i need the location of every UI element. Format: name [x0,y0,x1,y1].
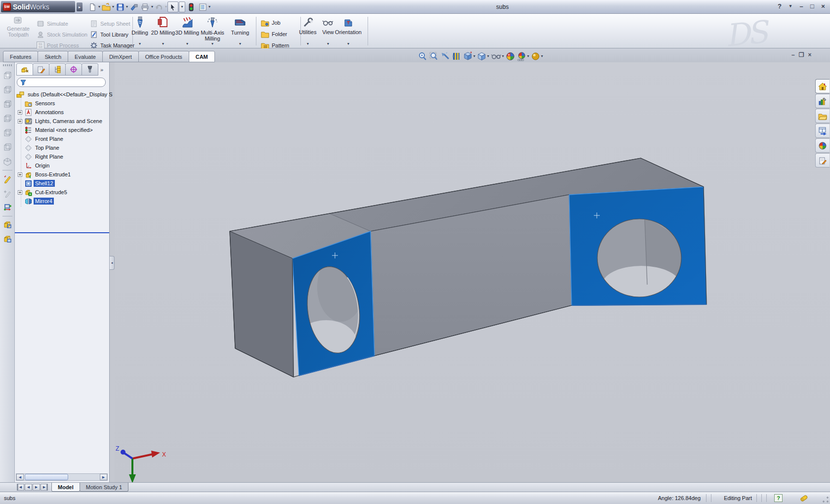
view-back-icon[interactable] [1,84,14,96]
drilling-button[interactable]: Drilling ▾ [128,15,152,46]
tree-item-front-plane[interactable]: Front Plane [15,134,109,143]
3d-milling-dropdown[interactable]: ▾ [175,42,200,46]
model-tab[interactable]: Model [51,483,80,492]
help-button[interactable]: ? [776,2,784,10]
expand-cut-extrude5[interactable] [18,190,22,195]
tree-item-boss-extrude1[interactable]: Boss-Extrude1 [15,170,109,179]
2d-milling-button[interactable]: 2D Milling ▾ [151,15,175,46]
turning-dropdown[interactable]: ▾ [228,42,252,46]
tag-icon[interactable] [799,494,808,503]
tab-cam[interactable]: CAM [189,51,215,62]
multi-axis-milling-button[interactable]: Multi-Axis Milling ▾ [199,15,226,46]
save-dropdown[interactable]: ▾ [126,5,128,9]
view-settings-icon[interactable]: ▾ [531,51,543,61]
graphics-viewport[interactable]: X Z [115,62,830,482]
doc-close-button[interactable]: × [808,51,811,58]
dimxpertmanager-tab[interactable] [65,63,82,76]
view-bottom-icon[interactable] [1,141,14,154]
apply-scene-icon[interactable]: ▾ [517,51,529,61]
doc-restore-button[interactable]: ❐ [799,51,804,58]
tree-item-annotations[interactable]: Annotations [15,108,109,117]
minimize-button[interactable]: – [797,2,805,10]
view-orientation-icon[interactable]: ▾ [463,51,475,61]
orientation-dropdown[interactable]: ▾ [334,42,363,46]
job-button[interactable]: Job [261,18,281,28]
display-style-icon[interactable]: ▾ [477,51,489,61]
folder-button[interactable]: Folder [261,29,287,39]
featuremanager-tree-tab[interactable] [16,63,33,76]
2d-milling-dropdown[interactable]: ▾ [151,42,175,46]
quick-tips-help-button[interactable]: ? [774,494,783,502]
tab-dimxpert[interactable]: DimXpert [102,51,139,62]
solidworks-resources-home-icon[interactable] [815,79,830,93]
sketch-icon[interactable] [1,172,14,185]
tree-item-mirror4[interactable]: Mirror4 [15,197,109,206]
menu-expand-button[interactable]: ▸ [77,2,83,11]
resize-grip[interactable] [822,496,829,503]
hide-show-items-icon[interactable]: ▾ [491,51,504,61]
tab-evaluate[interactable]: Evaluate [68,51,103,62]
tree-item-shell12[interactable]: Shell12 [15,179,109,188]
expand-annotations[interactable] [18,110,22,115]
tree-item-root[interactable]: subs (Default<<Default>_Display S [15,90,109,99]
expand-boss-extrude1[interactable] [18,172,22,177]
tool-library-button[interactable]: Tool Library [90,30,128,40]
view-right-icon[interactable] [1,112,14,125]
propertymanager-tab[interactable] [33,63,49,76]
scrollbar-thumb[interactable] [25,474,68,480]
utilities-button[interactable]: Utilities ▾ [296,15,319,46]
file-explorer-icon[interactable] [815,109,830,123]
view-front-icon[interactable] [1,69,14,82]
open-icon[interactable] [101,1,112,12]
3d-milling-button[interactable]: 3D Milling ▾ [175,15,200,46]
expand-lights[interactable] [18,119,22,124]
motion-study-tab[interactable]: Motion Study 1 [80,483,128,492]
save-icon[interactable] [115,1,125,12]
previous-view-icon[interactable] [440,51,450,61]
turning-button[interactable]: Turning ▾ [228,15,252,46]
tree-item-origin[interactable]: Origin [15,161,109,170]
open-dropdown[interactable]: ▾ [112,5,114,9]
print-icon[interactable] [140,1,151,12]
convert-entities-icon[interactable] [1,201,14,214]
orientation-button[interactable]: Orientation ▾ [334,15,363,46]
tree-item-sensors[interactable]: Sensors [15,99,109,108]
zoom-to-fit-icon[interactable] [417,51,427,61]
tree-item-top-plane[interactable]: Top Plane [15,143,109,152]
scroll-right-button[interactable]: ▶ [100,474,107,480]
configurationmanager-tab[interactable] [49,63,66,76]
maximize-button[interactable]: □ [808,2,816,10]
publish-icon[interactable] [128,1,139,12]
show-body-icon[interactable] [1,233,14,246]
appearances-scenes-icon[interactable] [815,138,830,153]
tab-nav-prev[interactable]: ◀ [25,484,32,491]
new-dropdown[interactable]: ▾ [98,5,100,9]
tab-office-products[interactable]: Office Products [138,51,189,62]
tab-sketch[interactable]: Sketch [38,51,68,62]
rollback-bar[interactable] [15,232,109,233]
custom-properties-icon[interactable] [815,153,830,168]
panel-horizontal-scrollbar[interactable]: ◀ ▶ [16,473,108,481]
multi-axis-milling-dropdown[interactable]: ▾ [199,42,226,46]
doc-minimize-button[interactable]: – [791,51,795,58]
tab-features[interactable]: Features [3,51,38,62]
view-palette-icon[interactable] [815,124,830,138]
zoom-to-area-icon[interactable] [429,51,439,61]
tree-item-right-plane[interactable]: Right Plane [15,152,109,161]
tab-nav-next[interactable]: ▶ [33,484,40,491]
view-top-icon[interactable] [1,126,14,139]
utilities-dropdown[interactable]: ▾ [296,42,319,46]
scroll-left-button[interactable]: ◀ [16,474,24,480]
print-dropdown[interactable]: ▾ [151,5,153,9]
tree-filter-input[interactable] [28,80,102,85]
tree-item-material[interactable]: Material <not specified> [15,126,109,134]
drilling-dropdown[interactable]: ▾ [128,42,152,46]
close-button[interactable]: × [819,2,827,10]
panel-collapse-handle[interactable]: ◂ [110,256,115,270]
new-document-icon[interactable] [87,1,98,12]
tree-item-lights[interactable]: Lights, Cameras and Scene [15,117,109,126]
edit-appearance-icon[interactable] [505,51,515,61]
section-view-icon[interactable] [452,51,461,61]
displaymanager-tab[interactable] [82,63,98,76]
manager-tab-overflow[interactable]: » [98,63,106,76]
